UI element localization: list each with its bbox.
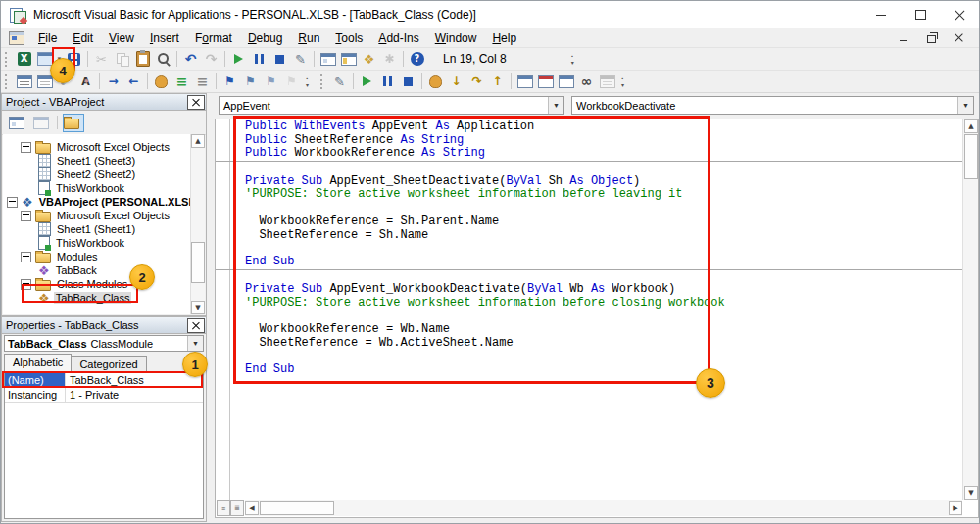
child-minimize-button[interactable] bbox=[897, 32, 910, 44]
undo-button[interactable] bbox=[180, 49, 201, 69]
complete-word-button[interactable] bbox=[75, 71, 96, 91]
toggle-folders-button[interactable] bbox=[63, 114, 84, 132]
scroll-up-icon[interactable]: ▲ bbox=[191, 134, 205, 148]
call-stack-button[interactable] bbox=[597, 71, 617, 91]
properties-panel-close-button[interactable] bbox=[187, 318, 205, 333]
menu-insert[interactable]: Insert bbox=[142, 29, 187, 47]
comment-block-button[interactable] bbox=[172, 71, 192, 91]
immediate-window-button[interactable] bbox=[535, 71, 556, 91]
properties-window-button[interactable] bbox=[338, 49, 359, 69]
step-into-button[interactable] bbox=[446, 71, 466, 91]
view-code-button[interactable] bbox=[6, 114, 27, 132]
scrollbar-thumb[interactable] bbox=[964, 134, 978, 179]
full-module-view-button[interactable]: ≣ bbox=[230, 500, 244, 516]
indent-button[interactable] bbox=[103, 71, 123, 91]
tree-item-sheet1-sheet1[interactable]: Sheet1 (Sheet1) bbox=[3, 222, 191, 236]
procedure-view-button[interactable]: ≡ bbox=[217, 500, 230, 516]
toolbar-overflow-button[interactable] bbox=[617, 71, 628, 91]
collapse-icon[interactable] bbox=[7, 197, 18, 208]
toolbar-grip[interactable] bbox=[5, 74, 10, 89]
child-restore-button[interactable] bbox=[924, 32, 938, 44]
toggle-breakpoint-button[interactable] bbox=[151, 71, 172, 91]
maximize-button[interactable] bbox=[901, 1, 940, 28]
step-over-button[interactable] bbox=[466, 71, 487, 91]
tree-item-thisworkbook[interactable]: ThisWorkbook bbox=[3, 181, 191, 195]
run-button[interactable] bbox=[357, 71, 377, 91]
toolbar-overflow-button[interactable] bbox=[567, 49, 578, 69]
collapse-icon[interactable] bbox=[21, 252, 31, 262]
break-button[interactable] bbox=[377, 71, 398, 91]
reset-button[interactable] bbox=[398, 71, 418, 91]
toggle-breakpoint-button[interactable] bbox=[425, 71, 446, 91]
menu-run[interactable]: Run bbox=[290, 29, 327, 47]
menu-edit[interactable]: Edit bbox=[65, 29, 101, 47]
close-button[interactable] bbox=[940, 1, 979, 28]
project-explorer-button[interactable] bbox=[318, 49, 338, 69]
menu-view[interactable]: View bbox=[101, 29, 142, 47]
tab-categorized[interactable]: Categorized bbox=[71, 356, 146, 372]
chevron-down-icon[interactable]: ▼ bbox=[187, 336, 203, 351]
menu-debug[interactable]: Debug bbox=[240, 29, 290, 47]
tree-item-thisworkbook[interactable]: ThisWorkbook bbox=[3, 236, 191, 250]
toolbar-grip[interactable] bbox=[320, 74, 325, 89]
paste-button[interactable] bbox=[132, 49, 153, 69]
redo-button[interactable] bbox=[201, 49, 221, 69]
minimize-button[interactable] bbox=[861, 1, 901, 28]
toolbar-overflow-button[interactable] bbox=[302, 71, 313, 91]
view-object-button[interactable] bbox=[30, 114, 52, 132]
menu-format[interactable]: Format bbox=[187, 29, 240, 47]
child-close-button[interactable] bbox=[952, 32, 965, 44]
object-browser-button[interactable] bbox=[359, 49, 379, 69]
scrollbar-thumb[interactable] bbox=[260, 501, 334, 515]
tree-item-sheet2-sheet2[interactable]: Sheet2 (Sheet2) bbox=[3, 167, 191, 181]
scroll-up-icon[interactable]: ▲ bbox=[964, 119, 978, 133]
tab-alphabetic[interactable]: Alphabetic bbox=[4, 354, 72, 372]
uncomment-block-button[interactable] bbox=[192, 71, 213, 91]
tree-item-sheet1-sheet3[interactable]: Sheet1 (Sheet3) bbox=[3, 154, 191, 167]
copy-button[interactable] bbox=[112, 49, 132, 69]
code-vertical-scrollbar[interactable]: ▲ ▼ bbox=[962, 119, 978, 500]
scroll-down-icon[interactable]: ▼ bbox=[191, 301, 205, 314]
toolbox-button[interactable] bbox=[379, 49, 400, 69]
tree-item-microsoft-excel-objects[interactable]: Microsoft Excel Objects bbox=[3, 209, 191, 222]
menu-add-ins[interactable]: Add-Ins bbox=[370, 29, 426, 47]
code-horizontal-scrollbar[interactable]: ◀ ▶ bbox=[245, 500, 962, 516]
chevron-down-icon[interactable]: ▼ bbox=[548, 97, 564, 114]
child-window-icon[interactable] bbox=[9, 31, 24, 45]
toolbar-grip[interactable] bbox=[5, 52, 10, 67]
run-button[interactable] bbox=[228, 49, 249, 69]
scroll-left-icon[interactable]: ◀ bbox=[245, 501, 259, 515]
reset-button[interactable] bbox=[270, 49, 290, 69]
project-panel-close-button[interactable] bbox=[187, 95, 205, 110]
design-mode-button[interactable] bbox=[290, 49, 311, 69]
collapse-icon[interactable] bbox=[21, 142, 31, 153]
quick-watch-button[interactable] bbox=[576, 71, 597, 91]
tree-item-vbaproject-personal-xlsb[interactable]: VBAProject (PERSONAL.XLSB) bbox=[3, 195, 191, 209]
collapse-icon[interactable] bbox=[21, 279, 31, 290]
step-out-button[interactable] bbox=[487, 71, 508, 91]
tree-item-class-modules[interactable]: Class Modules bbox=[3, 277, 191, 291]
properties-object-dropdown[interactable]: TabBack_Class ClassModule ▼ bbox=[4, 335, 204, 352]
scroll-right-icon[interactable]: ▶ bbox=[949, 501, 962, 515]
menu-file[interactable]: File bbox=[30, 29, 65, 47]
menu-window[interactable]: Window bbox=[427, 29, 485, 47]
cut-button[interactable] bbox=[91, 49, 112, 69]
procedure-dropdown[interactable]: WorkbookDeactivate ▼ bbox=[571, 96, 974, 115]
excel-button[interactable] bbox=[14, 49, 34, 69]
code-margin-indicator-bar[interactable] bbox=[216, 119, 230, 500]
watch-window-button[interactable] bbox=[556, 71, 576, 91]
collapse-icon[interactable] bbox=[21, 211, 31, 221]
help-button[interactable] bbox=[407, 49, 427, 69]
chevron-down-icon[interactable]: ▼ bbox=[957, 97, 973, 114]
menu-tools[interactable]: Tools bbox=[327, 29, 370, 47]
scroll-down-icon[interactable]: ▼ bbox=[964, 486, 978, 500]
code-editor[interactable]: Public WithEvents AppEvent As Applicatio… bbox=[230, 120, 963, 377]
project-tree-scrollbar[interactable]: ▲ ▼ bbox=[190, 134, 205, 314]
next-bookmark-button[interactable] bbox=[240, 71, 261, 91]
clear-bookmarks-button[interactable] bbox=[281, 71, 302, 91]
tree-item-microsoft-excel-objects[interactable]: Microsoft Excel Objects bbox=[3, 140, 191, 154]
design-mode-button[interactable] bbox=[329, 71, 350, 91]
toggle-bookmark-button[interactable] bbox=[220, 71, 240, 91]
property-row-name[interactable]: (Name)TabBack_Class bbox=[5, 373, 203, 388]
tree-item-modules[interactable]: Modules bbox=[3, 250, 191, 263]
